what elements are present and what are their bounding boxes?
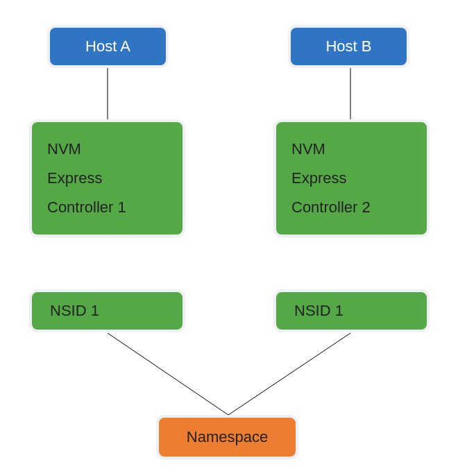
controller-1-line3: Controller 1 [47, 193, 126, 222]
nsid-1-right-label: NSID 1 [294, 302, 344, 320]
controller-2-line3: Controller 2 [291, 193, 371, 222]
namespace-label: Namespace [187, 428, 268, 446]
host-a-box: Host A [47, 25, 169, 68]
controller-2-box: NVM Express Controller 2 [273, 119, 430, 237]
controller-1-box: NVM Express Controller 1 [29, 119, 185, 237]
namespace-box: Namespace [156, 415, 298, 459]
controller-2-line1: NVM [291, 135, 325, 164]
nsid-1-right-box: NSID 1 [273, 289, 430, 332]
host-b-box: Host B [288, 25, 409, 68]
controller-2-line2: Express [291, 164, 346, 193]
nsid-1-left-box: NSID 1 [29, 289, 185, 332]
nsid-1-left-label: NSID 1 [50, 302, 99, 320]
svg-line-2 [108, 333, 228, 415]
controller-1-line2: Express [47, 164, 102, 193]
controller-1-line1: NVM [47, 135, 81, 164]
host-b-label: Host B [325, 37, 371, 56]
svg-line-3 [228, 333, 350, 415]
host-a-label: Host A [85, 37, 130, 56]
